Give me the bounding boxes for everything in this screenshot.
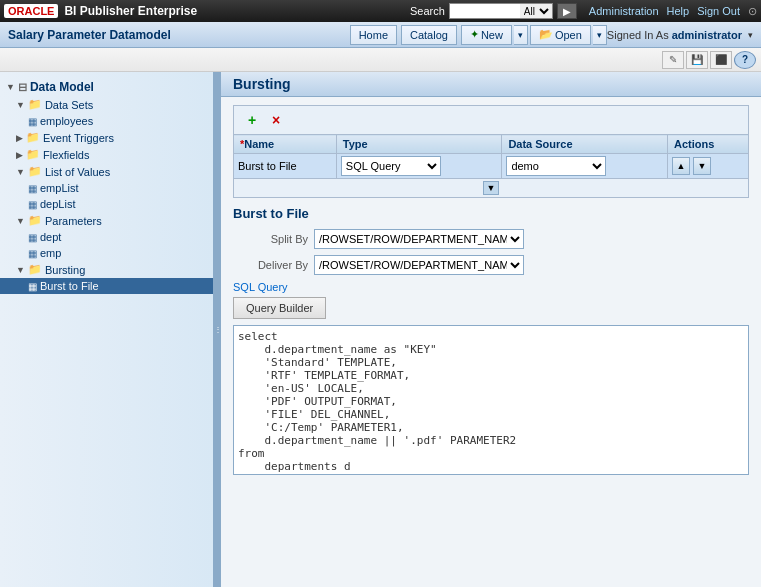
sql-container (233, 325, 749, 478)
lov-label: List of Values (45, 166, 110, 178)
scroll-down-arrow[interactable]: ▼ (483, 181, 499, 195)
sidebar-item-list-of-values[interactable]: ▼ 📁 List of Values (0, 163, 213, 180)
datasource-select[interactable]: demo (506, 156, 606, 176)
sidebar: ▼ ⊟ Data Model ▼ 📁 Data Sets ▦ employees… (0, 72, 215, 587)
expand-icon-bursting: ▼ (16, 265, 25, 275)
col-actions-header: Actions (667, 135, 748, 154)
scroll-hint: ▼ (233, 179, 749, 198)
bursting-label: Bursting (45, 264, 85, 276)
type-select[interactable]: SQL Query XML (341, 156, 441, 176)
table-row[interactable]: Burst to File SQL Query XML demo (234, 154, 749, 179)
split-by-select[interactable]: /ROWSET/ROW/DEPARTMENT_NAME (314, 229, 524, 249)
second-navigation: Salary Parameter Datamodel Home Catalog … (0, 22, 761, 48)
deliver-by-select[interactable]: /ROWSET/ROW/DEPARTMENT_NAME (314, 255, 524, 275)
home-button[interactable]: Home (350, 25, 397, 45)
tree-section: ▼ ⊟ Data Model ▼ 📁 Data Sets ▦ employees… (0, 76, 213, 296)
table-toolbar: + × (233, 105, 749, 134)
add-row-button[interactable]: + (242, 110, 262, 130)
new-button-wrap: ✦ New ▾ (459, 25, 528, 45)
app-title: BI Publisher Enterprise (64, 4, 197, 18)
params-folder-icon: 📁 (28, 214, 42, 227)
expand-icon-datasets: ▼ (16, 100, 25, 110)
sidebar-item-data-model[interactable]: ▼ ⊟ Data Model (0, 78, 213, 96)
main-layout: ▼ ⊟ Data Model ▼ 📁 Data Sets ▦ employees… (0, 72, 761, 587)
sidebar-item-bursting[interactable]: ▼ 📁 Bursting (0, 261, 213, 278)
user-icon: ⊙ (748, 5, 757, 18)
split-by-label: Split By (233, 233, 308, 245)
open-button[interactable]: 📂 Open (530, 25, 591, 45)
content-area: Bursting + × *Name Type Data Source Acti… (221, 72, 761, 587)
search-go-button[interactable]: ▶ (557, 3, 577, 19)
search-scope-select[interactable]: All (520, 4, 552, 18)
admin-dropdown-arrow[interactable]: ▾ (748, 30, 753, 40)
search-label: Search (410, 5, 445, 17)
row-name-cell: Burst to File (234, 154, 337, 179)
sign-out-link[interactable]: Sign Out (697, 5, 740, 17)
new-button[interactable]: ✦ New (461, 25, 512, 45)
expand-icon-flex: ▶ (16, 150, 23, 160)
sidebar-item-burst-to-file[interactable]: ▦ Burst to File (0, 278, 213, 294)
datasets-label: Data Sets (45, 99, 93, 111)
toolbar-help-icon[interactable]: ? (734, 51, 756, 69)
row-type-cell: SQL Query XML (336, 154, 502, 179)
help-link[interactable]: Help (667, 5, 690, 17)
deliver-by-label: Deliver By (233, 259, 308, 271)
toolbar-save-icon[interactable]: 💾 (686, 51, 708, 69)
sidebar-item-emp[interactable]: ▦ emp (0, 245, 213, 261)
top-navigation: ORACLE BI Publisher Enterprise Search Al… (0, 0, 761, 22)
catalog-button[interactable]: Catalog (401, 25, 457, 45)
burst-to-file-icon: ▦ (28, 281, 37, 292)
emplist-label: empList (40, 182, 79, 194)
dept-icon: ▦ (28, 232, 37, 243)
flexfields-folder-icon: 📁 (26, 148, 40, 161)
params-label: Parameters (45, 215, 102, 227)
sidebar-item-dept[interactable]: ▦ dept (0, 229, 213, 245)
emplist-icon: ▦ (28, 183, 37, 194)
folder-icon: 📂 (539, 28, 553, 41)
sql-query-label: SQL Query (233, 281, 749, 293)
col-type-header: Type (336, 135, 502, 154)
row-actions-cell: ▲ ▼ (667, 154, 748, 179)
burst-to-file-label: Burst to File (40, 280, 99, 292)
row-ds-cell: demo (502, 154, 668, 179)
oracle-logo: ORACLE (4, 4, 58, 18)
sidebar-item-event-triggers[interactable]: ▶ 📁 Event Triggers (0, 129, 213, 146)
new-icon: ✦ (470, 28, 479, 41)
dept-label: dept (40, 231, 61, 243)
split-by-row: Split By /ROWSET/ROW/DEPARTMENT_NAME (233, 229, 749, 249)
sql-textarea[interactable] (233, 325, 749, 475)
move-down-button[interactable]: ▼ (693, 157, 711, 175)
employees-icon: ▦ (28, 116, 37, 127)
sidebar-item-deplist[interactable]: ▦ depList (0, 196, 213, 212)
new-dropdown-arrow[interactable]: ▾ (514, 25, 528, 45)
toolbar: ✎ 💾 ⬛ ? (0, 48, 761, 72)
search-bar[interactable]: All (449, 3, 553, 19)
datasets-folder-icon: 📁 (28, 98, 42, 111)
open-dropdown-arrow[interactable]: ▾ (593, 25, 607, 45)
sidebar-item-flexfields[interactable]: ▶ 📁 Flexfields (0, 146, 213, 163)
query-builder-button[interactable]: Query Builder (233, 297, 326, 319)
search-input[interactable] (450, 5, 520, 17)
bursting-folder-icon: 📁 (28, 263, 42, 276)
sidebar-item-emplist[interactable]: ▦ empList (0, 180, 213, 196)
administration-link[interactable]: Administration (589, 5, 659, 17)
delete-row-button[interactable]: × (266, 110, 286, 130)
lov-folder-icon: 📁 (28, 165, 42, 178)
triggers-label: Event Triggers (43, 132, 114, 144)
sidebar-item-parameters[interactable]: ▼ 📁 Parameters (0, 212, 213, 229)
move-up-button[interactable]: ▲ (672, 157, 690, 175)
expand-icon-triggers: ▶ (16, 133, 23, 143)
triggers-folder-icon: 📁 (26, 131, 40, 144)
sidebar-item-employees[interactable]: ▦ employees (0, 113, 213, 129)
employees-label: employees (40, 115, 93, 127)
flexfields-label: Flexfields (43, 149, 89, 161)
toolbar-icon-3[interactable]: ⬛ (710, 51, 732, 69)
open-button-wrap: 📂 Open ▾ (528, 25, 607, 45)
bursting-section-header: Bursting (221, 72, 761, 97)
emp-icon: ▦ (28, 248, 37, 259)
burst-detail-panel: Burst to File Split By /ROWSET/ROW/DEPAR… (221, 198, 761, 490)
toolbar-icon-1[interactable]: ✎ (662, 51, 684, 69)
col-ds-header: Data Source (502, 135, 668, 154)
data-model-icon: ⊟ (18, 81, 27, 94)
sidebar-item-data-sets[interactable]: ▼ 📁 Data Sets (0, 96, 213, 113)
